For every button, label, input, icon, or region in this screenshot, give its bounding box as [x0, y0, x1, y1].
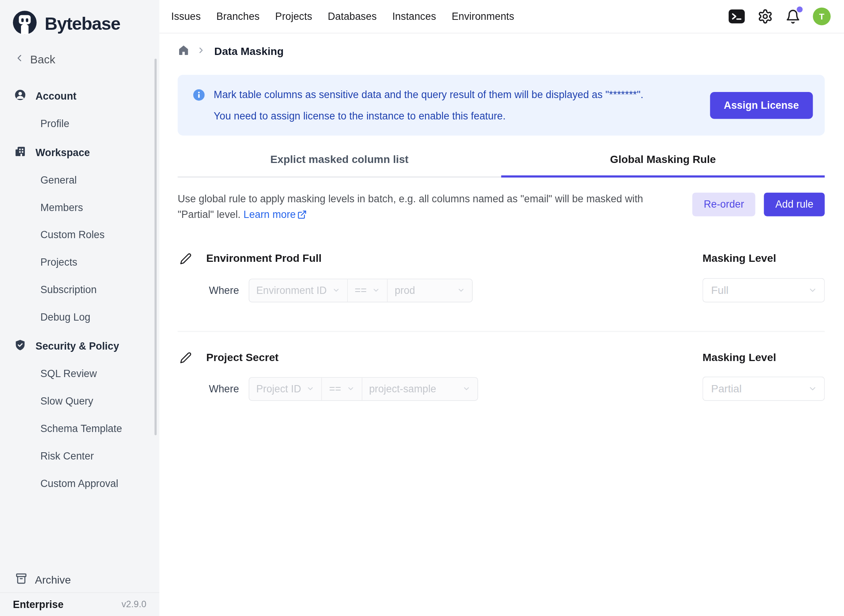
- sql-editor-terminal-icon[interactable]: [728, 9, 745, 24]
- masking-level-value: Full: [711, 284, 728, 296]
- condition-value-select[interactable]: prod: [387, 279, 472, 302]
- chevron-down-icon: [307, 385, 315, 393]
- tab-global-masking-rule[interactable]: Global Masking Rule: [501, 142, 825, 176]
- masking-level-select[interactable]: Full: [703, 278, 825, 302]
- field-value: Project ID: [256, 383, 301, 395]
- nav-issues[interactable]: Issues: [171, 10, 200, 22]
- edit-pencil-icon[interactable]: [180, 352, 192, 363]
- masking-level-select[interactable]: Partial: [703, 377, 825, 401]
- page-title: Data Masking: [214, 45, 284, 57]
- where-label: Where: [209, 383, 239, 395]
- top-navigation-bar: Issues Branches Projects Databases Insta…: [159, 0, 844, 33]
- building-icon: [14, 145, 26, 160]
- operator-value: ==: [355, 284, 367, 296]
- sidebar-item-archive[interactable]: Archive: [0, 568, 159, 592]
- sidebar-item-debug-log[interactable]: Debug Log: [6, 306, 154, 328]
- condition-field-select[interactable]: Project ID: [249, 377, 322, 400]
- sidebar: Bytebase Back Account Profile: [0, 0, 159, 616]
- sidebar-item-members[interactable]: Members: [6, 197, 154, 218]
- rule-condition-row: Where Project ID == project-sample: [178, 377, 825, 401]
- external-link-icon[interactable]: [298, 208, 307, 224]
- chevron-down-icon: [346, 385, 354, 393]
- section-label: Workspace: [36, 147, 90, 159]
- sidebar-scrollbar[interactable]: [155, 59, 157, 435]
- active-tab-indicator: [501, 176, 825, 178]
- chevron-down-icon: [808, 384, 817, 393]
- sidebar-footer: Archive Enterprise v2.9.0: [0, 568, 159, 616]
- plan-name: Enterprise: [13, 598, 63, 610]
- assign-license-button[interactable]: Assign License: [710, 92, 813, 118]
- nav-instances[interactable]: Instances: [392, 10, 436, 22]
- condition-expression: Environment ID == prod: [249, 278, 473, 302]
- rule-title: Project Secret: [206, 351, 279, 363]
- archive-box-icon: [15, 572, 27, 587]
- sidebar-item-subscription[interactable]: Subscription: [6, 279, 154, 301]
- chevron-down-icon: [457, 286, 465, 294]
- masking-rule-project-secret: Project Secret Masking Level Where Proje…: [178, 351, 825, 401]
- avatar[interactable]: T: [813, 8, 831, 26]
- description-line-1: Use global rule to apply masking levels …: [178, 191, 643, 206]
- field-value: Environment ID: [256, 284, 327, 296]
- operator-value: ==: [329, 383, 341, 395]
- chevron-down-icon: [332, 286, 340, 294]
- home-icon[interactable]: [178, 44, 189, 58]
- banner-line-2: You need to assign license to the instan…: [214, 105, 644, 127]
- sidebar-item-general[interactable]: General: [6, 169, 154, 191]
- tabs: Explict masked column list Global Maskin…: [178, 142, 825, 177]
- condition-expression: Project ID == project-sample: [249, 377, 478, 400]
- info-icon: [193, 89, 205, 103]
- sidebar-item-sql-review[interactable]: SQL Review: [6, 363, 154, 384]
- rule-divider: [178, 331, 825, 332]
- nav-projects[interactable]: Projects: [275, 10, 312, 22]
- sidebar-item-slow-query[interactable]: Slow Query: [6, 390, 154, 412]
- chevron-down-icon: [462, 385, 470, 393]
- condition-field-select[interactable]: Environment ID: [249, 279, 347, 302]
- sidebar-item-schema-template[interactable]: Schema Template: [6, 418, 154, 439]
- condition-operator-select[interactable]: ==: [347, 279, 387, 302]
- sidebar-section-account: Account: [6, 85, 154, 107]
- rules-description-row: Use global rule to apply masking levels …: [178, 191, 825, 224]
- user-circle-icon: [14, 89, 26, 104]
- reorder-button[interactable]: Re-order: [692, 193, 755, 216]
- notifications-bell-icon[interactable]: [786, 9, 800, 24]
- logo[interactable]: Bytebase: [0, 0, 159, 38]
- sidebar-section-security-policy: Security & Policy: [6, 336, 154, 357]
- back-button[interactable]: Back: [14, 53, 160, 66]
- page-content: Data Masking Mark table columns as sensi…: [159, 44, 844, 401]
- sidebar-item-profile[interactable]: Profile: [6, 113, 154, 134]
- where-label: Where: [209, 284, 239, 296]
- back-label: Back: [30, 53, 55, 66]
- rules-description: Use global rule to apply masking levels …: [178, 191, 643, 224]
- sidebar-item-custom-roles[interactable]: Custom Roles: [6, 224, 154, 246]
- condition-value: prod: [395, 284, 415, 296]
- sidebar-item-risk-center[interactable]: Risk Center: [6, 445, 154, 467]
- nav-databases[interactable]: Databases: [328, 10, 377, 22]
- archive-label: Archive: [35, 574, 71, 586]
- app-root: Bytebase Back Account Profile: [0, 0, 844, 616]
- condition-value-select[interactable]: project-sample: [362, 377, 477, 400]
- nav-environments[interactable]: Environments: [452, 10, 514, 22]
- chevron-right-icon: [197, 45, 206, 57]
- chevron-down-icon: [372, 286, 380, 294]
- banner-text: Mark table columns as sensitive data and…: [214, 84, 644, 127]
- plan-row: Enterprise v2.9.0: [0, 592, 159, 616]
- nav-branches[interactable]: Branches: [217, 10, 260, 22]
- notification-badge: [797, 6, 803, 12]
- masking-level-value: Partial: [711, 382, 742, 395]
- rule-condition-row: Where Environment ID == prod: [178, 278, 825, 302]
- sidebar-item-projects[interactable]: Projects: [6, 252, 154, 273]
- breadcrumb: Data Masking: [178, 44, 825, 58]
- section-label: Security & Policy: [36, 340, 119, 352]
- rules-actions: Re-order Add rule: [692, 191, 825, 216]
- condition-operator-select[interactable]: ==: [322, 377, 362, 400]
- add-rule-button[interactable]: Add rule: [764, 193, 825, 216]
- settings-gear-icon[interactable]: [757, 9, 773, 24]
- license-info-banner: Mark table columns as sensitive data and…: [178, 75, 825, 135]
- chevron-down-icon: [808, 285, 817, 295]
- masking-level-label: Masking Level: [703, 252, 776, 264]
- sidebar-item-custom-approval[interactable]: Custom Approval: [6, 473, 154, 489]
- edit-pencil-icon[interactable]: [180, 253, 192, 264]
- tab-explicit-masked-column-list[interactable]: Explict masked column list: [178, 142, 501, 176]
- learn-more-link[interactable]: Learn more: [244, 209, 296, 220]
- banner-line-1: Mark table columns as sensitive data and…: [214, 84, 644, 105]
